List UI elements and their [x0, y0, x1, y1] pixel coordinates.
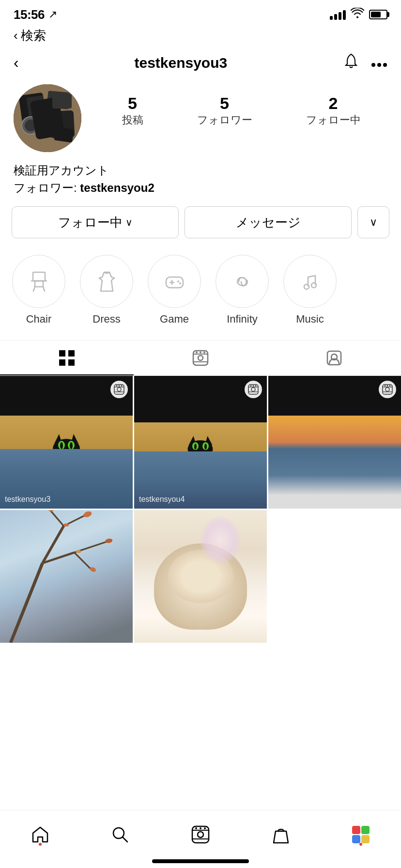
grid-item-1[interactable]: testkensyou3 — [0, 376, 133, 509]
svg-point-63 — [253, 385, 254, 387]
highlight-infinity[interactable]: Infinity — [213, 255, 271, 326]
svg-point-62 — [250, 385, 252, 387]
svg-rect-17 — [166, 277, 183, 288]
notification-bell-icon[interactable] — [343, 53, 359, 73]
more-button[interactable]: ∨ — [357, 206, 389, 238]
grid-item-4[interactable] — [0, 510, 133, 643]
posts-label: 投稿 — [122, 114, 143, 126]
svg-rect-24 — [59, 350, 65, 356]
svg-point-0 — [371, 63, 375, 67]
highlight-circle-game — [148, 255, 201, 308]
home-indicator — [152, 859, 249, 863]
signal-icon — [330, 9, 346, 20]
highlight-music[interactable]: Music — [281, 255, 339, 326]
svg-point-69 — [385, 385, 386, 387]
svg-rect-94 — [352, 826, 360, 834]
svg-point-21 — [179, 282, 181, 284]
nav-profile[interactable] — [321, 824, 401, 845]
svg-rect-95 — [361, 826, 370, 834]
wifi-icon — [351, 8, 364, 21]
svg-line-78 — [74, 553, 90, 569]
followers-count: 5 — [197, 94, 252, 113]
svg-point-57 — [204, 444, 207, 450]
more-options-icon[interactable] — [371, 55, 387, 71]
follow-button[interactable]: フォロー中 ∨ — [12, 206, 179, 238]
svg-point-70 — [387, 385, 388, 387]
svg-rect-11 — [33, 272, 45, 281]
following-label: フォロー中 — [306, 114, 361, 126]
back-label[interactable]: 検索 — [21, 27, 46, 44]
tab-tagged[interactable] — [267, 341, 401, 375]
message-button[interactable]: メッセージ — [185, 206, 352, 238]
highlight-game-label: Game — [160, 313, 189, 326]
grid-item-5[interactable] — [134, 510, 267, 643]
reel-badge-3 — [379, 381, 396, 398]
svg-point-92 — [200, 827, 201, 829]
svg-point-43 — [70, 442, 73, 449]
reel-badge-2 — [245, 381, 262, 398]
nav-shop[interactable] — [241, 824, 321, 845]
nav-reels[interactable] — [160, 824, 241, 845]
home-active-dot — [39, 843, 42, 846]
svg-rect-6 — [47, 91, 70, 109]
profile-active-dot — [359, 843, 362, 846]
profile-header: ‹ testkensyou3 — [0, 48, 401, 79]
location-arrow-icon: ↗ — [48, 8, 57, 21]
svg-point-59 — [251, 388, 255, 391]
highlight-game[interactable]: Game — [145, 255, 203, 326]
highlight-music-label: Music — [296, 313, 324, 326]
svg-point-1 — [377, 63, 381, 67]
svg-line-76 — [48, 510, 64, 526]
tab-reels[interactable] — [134, 341, 267, 375]
svg-point-20 — [177, 280, 179, 282]
svg-point-33 — [200, 352, 201, 354]
bio-mentioned-user[interactable]: testkensyou2 — [80, 181, 154, 194]
highlight-chair[interactable]: Chair — [10, 255, 68, 326]
profile-info: 5 投稿 5 フォロワー 2 フォロー中 — [0, 79, 401, 162]
posts-count: 5 — [122, 94, 143, 113]
nav-home[interactable] — [0, 824, 80, 845]
highlight-dress[interactable]: Dress — [77, 255, 136, 326]
svg-point-32 — [196, 352, 198, 354]
posts-stat[interactable]: 5 投稿 — [122, 94, 143, 127]
status-time: 15:56 — [14, 7, 45, 22]
grid-item-2-username: testkensyou4 — [139, 495, 185, 504]
svg-point-56 — [194, 444, 197, 450]
header-actions — [343, 53, 387, 73]
svg-point-91 — [195, 827, 197, 829]
svg-point-50 — [121, 385, 123, 387]
grid-item-3[interactable] — [268, 376, 401, 509]
grid-item-1-username: testkensyou3 — [5, 495, 50, 504]
svg-point-82 — [89, 566, 97, 573]
highlight-circle-infinity — [216, 255, 269, 308]
highlight-dress-label: Dress — [93, 313, 120, 326]
svg-point-83 — [76, 550, 81, 553]
highlights-section: Chair Dress Game — [0, 250, 401, 340]
svg-point-84 — [64, 523, 69, 527]
action-buttons: フォロー中 ∨ メッセージ ∨ — [0, 206, 401, 250]
back-chevron-icon[interactable]: ‹ — [14, 28, 18, 43]
content-tabs — [0, 340, 401, 376]
grid-item-2[interactable]: testkensyou4 — [134, 376, 267, 509]
svg-point-71 — [389, 385, 391, 387]
highlight-infinity-label: Infinity — [227, 313, 258, 326]
battery-icon — [369, 10, 387, 19]
bio-section: 検証用アカウント フォロワー: testkensyou2 — [0, 162, 401, 206]
svg-point-34 — [203, 352, 205, 354]
following-stat[interactable]: 2 フォロー中 — [306, 94, 361, 127]
svg-point-88 — [198, 832, 203, 837]
svg-line-72 — [11, 563, 43, 643]
tab-grid[interactable] — [0, 341, 134, 375]
svg-point-22 — [304, 284, 309, 289]
back-nav[interactable]: ‹ 検索 — [0, 25, 401, 48]
avatar-image — [14, 84, 81, 152]
svg-rect-26 — [59, 359, 65, 366]
svg-point-29 — [198, 356, 203, 360]
bio-line1: 検証用アカウント — [14, 162, 387, 179]
nav-search[interactable] — [80, 824, 161, 845]
followers-stat[interactable]: 5 フォロワー — [197, 94, 252, 127]
svg-rect-12 — [35, 281, 43, 287]
svg-point-42 — [60, 442, 63, 449]
svg-point-9 — [25, 120, 36, 131]
back-button[interactable]: ‹ — [14, 54, 19, 72]
